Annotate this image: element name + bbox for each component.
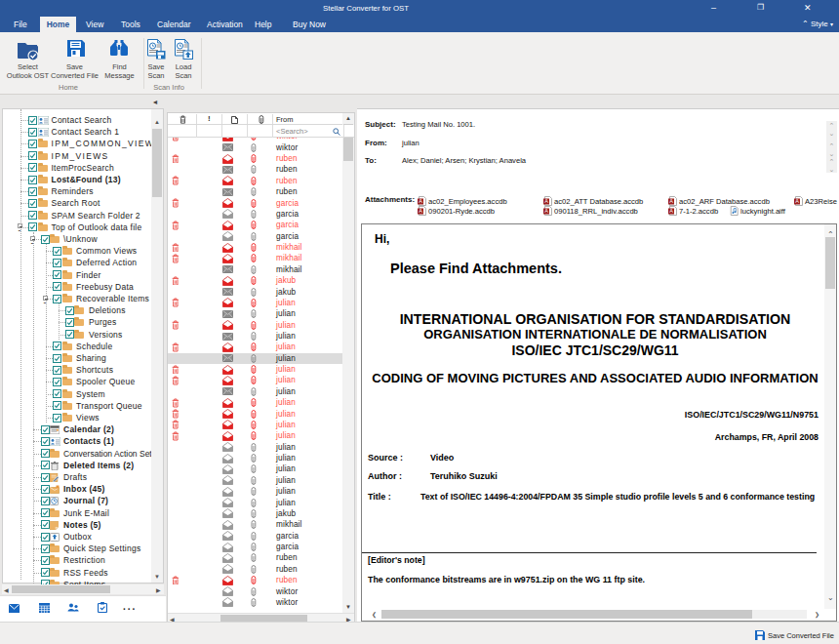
svg-text:A: A <box>669 198 673 204</box>
svg-text:A: A <box>544 208 548 214</box>
svg-text:A: A <box>795 198 799 204</box>
svg-text:A: A <box>419 208 422 214</box>
svg-text:A: A <box>669 208 673 214</box>
svg-text:A: A <box>544 198 548 204</box>
svg-text:A: A <box>419 198 422 204</box>
